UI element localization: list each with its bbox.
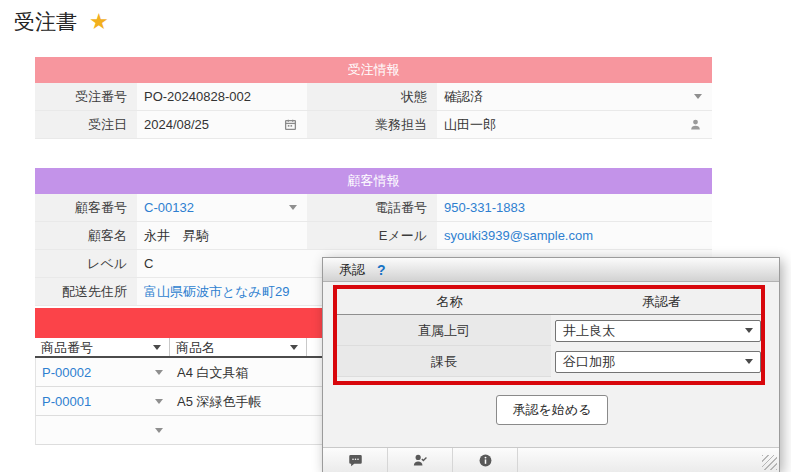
order-no-field[interactable]: PO-20240828-002 <box>137 83 307 110</box>
chevron-down-icon[interactable] <box>694 94 702 99</box>
product-no-cell <box>36 416 171 444</box>
page-title: 受注書 <box>14 8 77 36</box>
approval-table-header: 名称 承認者 <box>337 289 761 315</box>
product-name-cell: A5 深緑色手帳 <box>171 387 308 415</box>
level-label: レベル <box>35 250 137 277</box>
product-name-header-label: 商品名 <box>176 338 215 357</box>
product-no-cell: P-00002 <box>36 358 171 386</box>
product-no-header-label: 商品番号 <box>41 338 93 357</box>
cust-name-field: 永井 昇騎 <box>137 222 307 249</box>
rep-field[interactable]: 山田一郎 <box>437 111 712 138</box>
rep-value: 山田一郎 <box>444 111 496 138</box>
product-no-link[interactable]: P-00001 <box>42 387 91 416</box>
customer-row-1: 顧客番号 C-00132 電話番号 950-331-1883 <box>35 194 712 222</box>
approval-role-label: 課長 <box>337 346 551 377</box>
order-info-header: 受注情報 <box>35 57 712 83</box>
start-approval-button[interactable]: 承認を始める <box>496 395 608 425</box>
chevron-down-icon[interactable] <box>745 359 753 364</box>
help-icon[interactable]: ? <box>377 262 386 278</box>
dialog-toolbar <box>323 447 779 472</box>
toolbar-spacer <box>518 448 779 472</box>
product-name-value: A4 白文具箱 <box>177 358 249 387</box>
order-no-value: PO-20240828-002 <box>144 83 251 110</box>
status-label: 状態 <box>307 83 437 110</box>
order-form-page: 受注書 ★ 受注情報 受注番号 PO-20240828-002 状態 確認済 受… <box>0 0 791 472</box>
page-title-bar: 受注書 ★ <box>14 8 109 36</box>
cust-name-label: 顧客名 <box>35 222 137 249</box>
customer-info-header: 顧客情報 <box>35 168 712 194</box>
favorite-star-icon[interactable]: ★ <box>89 9 109 35</box>
info-icon <box>478 453 493 468</box>
product-name-header: 商品名 <box>170 338 307 356</box>
filter-chevron-icon[interactable] <box>153 345 161 350</box>
customer-row-2: 顧客名 永井 昇騎 Eメール syouki3939@sample.com <box>35 222 712 250</box>
product-no-header: 商品番号 <box>35 338 170 356</box>
chevron-down-icon[interactable] <box>155 370 163 375</box>
order-date-field[interactable]: 2024/08/25 <box>137 111 307 138</box>
rep-label: 業務担当 <box>307 111 437 138</box>
email-label: Eメール <box>307 222 437 249</box>
phone-label: 電話番号 <box>307 194 437 221</box>
status-value: 確認済 <box>444 83 483 110</box>
cust-no-label: 顧客番号 <box>35 194 137 221</box>
order-date-label: 受注日 <box>35 111 137 138</box>
approval-row-manager: 課長 谷口加那 <box>337 346 761 377</box>
approval-highlight-box: 名称 承認者 直属上司 井上良太 課長 谷口加那 <box>333 285 765 385</box>
toolbar-chat-button[interactable] <box>323 448 388 472</box>
approver-selected-value: 井上良太 <box>563 322 615 340</box>
status-dropdown[interactable]: 確認済 <box>437 83 712 110</box>
resize-grip[interactable] <box>762 455 777 470</box>
phone-link[interactable]: 950-331-1883 <box>444 194 525 221</box>
cust-name-value: 永井 昇騎 <box>144 222 209 249</box>
approver-select-supervisor[interactable]: 井上良太 <box>555 320 761 342</box>
approval-col-name: 名称 <box>337 289 562 314</box>
chevron-down-icon[interactable] <box>745 328 753 333</box>
address-link[interactable]: 富山県砺波市となみ町29 <box>144 278 289 305</box>
toolbar-assignee-button[interactable] <box>388 448 453 472</box>
approval-row-supervisor: 直属上司 井上良太 <box>337 315 761 346</box>
approval-role-label: 直属上司 <box>337 315 551 346</box>
approval-dialog: 承認 ? 名称 承認者 直属上司 井上良太 課長 <box>322 257 780 472</box>
filter-chevron-icon[interactable] <box>290 345 298 350</box>
order-no-label: 受注番号 <box>35 83 137 110</box>
product-no-cell: P-00001 <box>36 387 171 415</box>
chat-icon <box>348 453 363 468</box>
approver-select-manager[interactable]: 谷口加那 <box>555 351 761 373</box>
phone-field: 950-331-1883 <box>437 194 712 221</box>
order-date-value: 2024/08/25 <box>144 111 209 138</box>
order-info-section: 受注情報 受注番号 PO-20240828-002 状態 確認済 受注日 202… <box>35 57 712 139</box>
approver-cell: 谷口加那 <box>551 351 761 373</box>
user-icon[interactable] <box>689 118 702 131</box>
order-row-2: 受注日 2024/08/25 業務担当 山田一郎 <box>35 111 712 139</box>
email-link[interactable]: syouki3939@sample.com <box>444 222 593 249</box>
approver-cell: 井上良太 <box>551 320 761 342</box>
calendar-icon[interactable] <box>284 118 297 131</box>
product-no-link[interactable]: P-00002 <box>42 358 91 387</box>
user-check-icon <box>412 453 428 468</box>
cust-no-link[interactable]: C-00132 <box>144 194 194 221</box>
approver-selected-value: 谷口加那 <box>563 353 615 371</box>
approval-col-approver: 承認者 <box>562 289 761 314</box>
chevron-down-icon[interactable] <box>155 428 163 433</box>
product-name-cell: A4 白文具箱 <box>171 358 308 386</box>
chevron-down-icon[interactable] <box>289 205 297 210</box>
cust-no-dropdown[interactable]: C-00132 <box>137 194 307 221</box>
toolbar-info-button[interactable] <box>453 448 518 472</box>
product-name-value: A5 深緑色手帳 <box>177 387 262 416</box>
approval-dialog-titlebar: 承認 ? <box>323 258 779 282</box>
product-name-cell <box>171 416 308 444</box>
email-field: syouki3939@sample.com <box>437 222 712 249</box>
order-row-1: 受注番号 PO-20240828-002 状態 確認済 <box>35 83 712 111</box>
level-value: C <box>144 250 153 277</box>
address-label: 配送先住所 <box>35 278 137 305</box>
approval-dialog-title: 承認 <box>339 261 365 279</box>
chevron-down-icon[interactable] <box>155 399 163 404</box>
